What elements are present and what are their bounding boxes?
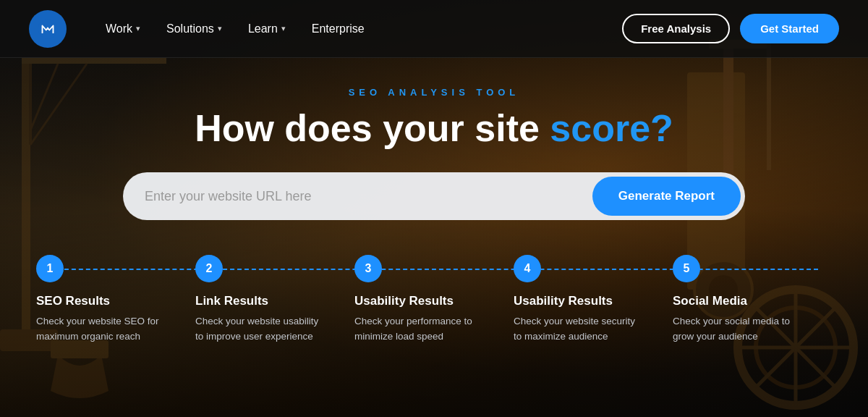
hero-title: How does your site score?: [195, 108, 673, 149]
free-analysis-button[interactable]: Free Analysis: [622, 14, 730, 43]
step-5-number: 5: [673, 255, 700, 282]
learn-chevron-icon: ▾: [281, 24, 286, 33]
url-input[interactable]: [145, 189, 592, 204]
solutions-chevron-icon: ▾: [218, 24, 222, 33]
step-3-number: 3: [354, 255, 382, 282]
nav-learn[interactable]: Learn ▾: [238, 17, 296, 41]
step-1-title: SEO Results: [36, 294, 110, 308]
nav-solutions[interactable]: Solutions ▾: [156, 17, 232, 41]
step-2-desc: Check your website usability to improve …: [195, 314, 326, 345]
step-1-number: 1: [36, 255, 64, 282]
get-started-button[interactable]: Get Started: [740, 14, 839, 43]
nav-work[interactable]: Work ▾: [95, 17, 150, 41]
step-2-title: Link Results: [195, 294, 268, 308]
hero-section: SEO ANALYSIS TOOL How does your site sco…: [0, 58, 868, 255]
step-3-desc: Check your performance to minimize load …: [354, 314, 485, 345]
step-3: 3 Usability Results Check your performan…: [354, 255, 514, 345]
nav-actions: Free Analysis Get Started: [622, 14, 839, 43]
generate-report-button[interactable]: Generate Report: [592, 177, 741, 216]
step-5-desc: Check your social media to grow your aud…: [673, 314, 803, 345]
step-2-number: 2: [195, 255, 223, 282]
nav-links: Work ▾ Solutions ▾ Learn ▾ Enterprise: [95, 17, 622, 41]
step-4-desc: Check your website security to maximize …: [514, 314, 644, 345]
step-4-number: 4: [514, 255, 541, 282]
steps-track: 1 SEO Results Check your website SEO for…: [36, 255, 832, 345]
step-3-title: Usability Results: [354, 294, 454, 308]
step-4-title: Usability Results: [514, 294, 613, 308]
step-1: 1 SEO Results Check your website SEO for…: [36, 255, 195, 345]
step-2: 2 Link Results Check your website usabil…: [195, 255, 354, 345]
step-4: 4 Usability Results Check your website s…: [514, 255, 673, 345]
navigation: Work ▾ Solutions ▾ Learn ▾ Enterprise Fr…: [0, 0, 868, 58]
step-1-desc: Check your website SEO for maximum organ…: [36, 314, 166, 345]
step-5: 5 Social Media Check your social media t…: [673, 255, 832, 345]
work-chevron-icon: ▾: [136, 24, 140, 33]
hero-subtitle: SEO ANALYSIS TOOL: [349, 87, 520, 98]
search-bar: Generate Report: [123, 172, 745, 220]
step-5-title: Social Media: [673, 294, 747, 308]
logo[interactable]: [29, 10, 67, 48]
nav-enterprise[interactable]: Enterprise: [302, 17, 375, 41]
logo-icon: [37, 18, 59, 40]
steps-section: 1 SEO Results Check your website SEO for…: [0, 255, 868, 345]
